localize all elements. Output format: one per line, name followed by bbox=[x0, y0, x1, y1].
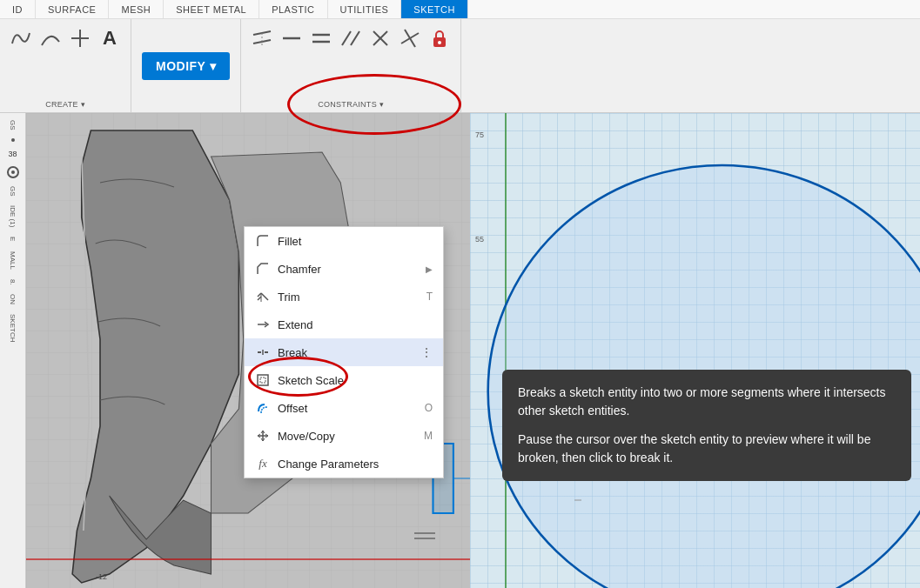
menu-item-sketch-scale[interactable]: Sketch Scale bbox=[245, 366, 443, 394]
svg-rect-26 bbox=[260, 378, 265, 383]
menu-item-extend[interactable]: Extend bbox=[245, 311, 443, 338]
sidebar-item-sketch: sketch bbox=[7, 311, 18, 345]
dimension-box bbox=[574, 499, 581, 501]
break-more-icon[interactable]: ⋮ bbox=[420, 345, 433, 359]
chamfer-icon bbox=[255, 261, 271, 277]
svg-point-15 bbox=[438, 41, 441, 44]
left-sidebar: gs 38 gs ide (1) e mall 8. on sketch bbox=[0, 113, 26, 588]
sketch-view[interactable]: 75 55 bbox=[470, 113, 920, 588]
svg-line-9 bbox=[351, 31, 359, 45]
toolbar-tabs: ID SURFACE MESH SHEET METAL PLASTIC UTIL… bbox=[0, 0, 920, 19]
menu-item-offset[interactable]: Offset O bbox=[245, 394, 443, 422]
line-tool-icon[interactable] bbox=[7, 24, 35, 52]
extend-label: Extend bbox=[278, 318, 433, 331]
svg-line-8 bbox=[342, 31, 351, 45]
main-content-area: gs 38 gs ide (1) e mall 8. on sketch bbox=[0, 113, 920, 588]
tab-utilities[interactable]: UTILITIES bbox=[328, 0, 402, 18]
tooltip-line2: Pause the cursor over the sketch entity … bbox=[518, 431, 896, 467]
constraints-group: CONSTRAINTS ▾ bbox=[241, 19, 461, 112]
text-tool-icon[interactable]: A bbox=[96, 24, 124, 52]
change-params-icon: fx bbox=[255, 456, 271, 471]
orbit-icon[interactable] bbox=[7, 166, 19, 178]
tab-id[interactable]: ID bbox=[0, 0, 36, 18]
toolbar-body: A CREATE ▾ MODIFY ▾ bbox=[0, 19, 920, 112]
parallel-constraint-icon[interactable] bbox=[248, 24, 276, 52]
sidebar-dot bbox=[11, 138, 15, 142]
sketch-scale-label: Sketch Scale bbox=[278, 374, 433, 387]
spline-tool-icon[interactable] bbox=[37, 24, 64, 52]
chamfer-arrow: ▶ bbox=[426, 264, 433, 274]
menu-item-break[interactable]: Break ⋮ bbox=[245, 338, 443, 366]
create-label[interactable]: CREATE ▾ bbox=[45, 100, 85, 109]
trim-icon bbox=[255, 289, 271, 304]
offset-label: Offset bbox=[278, 402, 418, 415]
break-label: Break bbox=[278, 346, 413, 359]
modify-button[interactable]: MODIFY ▾ bbox=[142, 52, 230, 80]
red-baseline bbox=[26, 558, 470, 560]
extend-icon bbox=[255, 317, 271, 332]
sidebar-item-ide[interactable]: ide (1) bbox=[7, 202, 18, 231]
tooltip-line1: Breaks a sketch entity into two or more … bbox=[518, 384, 896, 420]
sidebar-item-mall: mall bbox=[7, 248, 18, 273]
change-params-label: Change Parameters bbox=[278, 458, 433, 471]
tab-surface[interactable]: SURFACE bbox=[36, 0, 109, 18]
menu-item-chamfer[interactable]: Chamfer ▶ bbox=[245, 255, 443, 283]
constraints-icons bbox=[248, 24, 453, 52]
fillet-label: Fillet bbox=[278, 235, 433, 248]
tab-mesh[interactable]: MESH bbox=[109, 0, 164, 18]
fillet-icon bbox=[255, 233, 271, 249]
modify-dropdown-menu: Fillet Chamfer ▶ Trim T bbox=[244, 226, 444, 478]
horizontal-constraint-icon[interactable] bbox=[278, 24, 306, 52]
modify-section: MODIFY ▾ bbox=[131, 19, 241, 112]
dimension-symbol bbox=[414, 530, 435, 545]
sidebar-item-e: e bbox=[7, 233, 18, 244]
break-tooltip-panel: Breaks a sketch entity into two or more … bbox=[502, 370, 911, 481]
chamfer-label: Chamfer bbox=[278, 263, 419, 276]
menu-item-fillet[interactable]: Fillet bbox=[245, 227, 443, 255]
sidebar-item-gs[interactable]: gs bbox=[7, 183, 18, 200]
modify-label: MODIFY ▾ bbox=[156, 59, 216, 73]
tab-sheet-metal[interactable]: SHEET METAL bbox=[164, 0, 259, 18]
tab-plastic[interactable]: PLASTIC bbox=[259, 0, 327, 18]
point-tool-icon[interactable] bbox=[66, 24, 94, 52]
lock-constraint-icon[interactable] bbox=[426, 24, 453, 52]
constraints-label[interactable]: CONSTRAINTS ▾ bbox=[318, 100, 384, 109]
svg-line-13 bbox=[401, 33, 419, 43]
equal-constraint-icon[interactable] bbox=[307, 24, 335, 52]
sidebar-item-1[interactable]: gs bbox=[7, 117, 18, 134]
tab-sketch[interactable]: SKETCH bbox=[401, 0, 468, 18]
menu-item-change-params[interactable]: fx Change Parameters bbox=[245, 450, 443, 478]
svg-rect-25 bbox=[258, 375, 268, 385]
main-toolbar: ID SURFACE MESH SHEET METAL PLASTIC UTIL… bbox=[0, 0, 920, 113]
sidebar-item-label-38: 38 bbox=[6, 146, 18, 162]
perpendicular-constraint-icon[interactable] bbox=[396, 24, 424, 52]
sidebar-item-8: 8. bbox=[7, 276, 18, 289]
create-icons: A bbox=[7, 24, 124, 52]
move-copy-shortcut: M bbox=[424, 430, 433, 442]
trim-label: Trim bbox=[278, 291, 420, 304]
sketch-scale-icon bbox=[255, 372, 271, 388]
sidebar-item-on: on bbox=[7, 291, 18, 308]
move-copy-label: Move/Copy bbox=[278, 430, 417, 443]
diagonal-constraint-icon[interactable] bbox=[337, 24, 365, 52]
menu-item-move-copy[interactable]: Move/Copy M bbox=[245, 422, 443, 450]
break-icon bbox=[255, 344, 271, 360]
offset-shortcut: O bbox=[425, 402, 433, 414]
offset-icon bbox=[255, 400, 271, 416]
create-group: A CREATE ▾ bbox=[0, 19, 131, 112]
move-copy-icon bbox=[255, 428, 271, 444]
menu-item-trim[interactable]: Trim T bbox=[245, 283, 443, 311]
scale-label: -12 bbox=[96, 572, 107, 581]
x-constraint-icon[interactable] bbox=[366, 24, 394, 52]
trim-shortcut: T bbox=[426, 291, 433, 303]
sketch-circle-svg bbox=[470, 113, 920, 588]
